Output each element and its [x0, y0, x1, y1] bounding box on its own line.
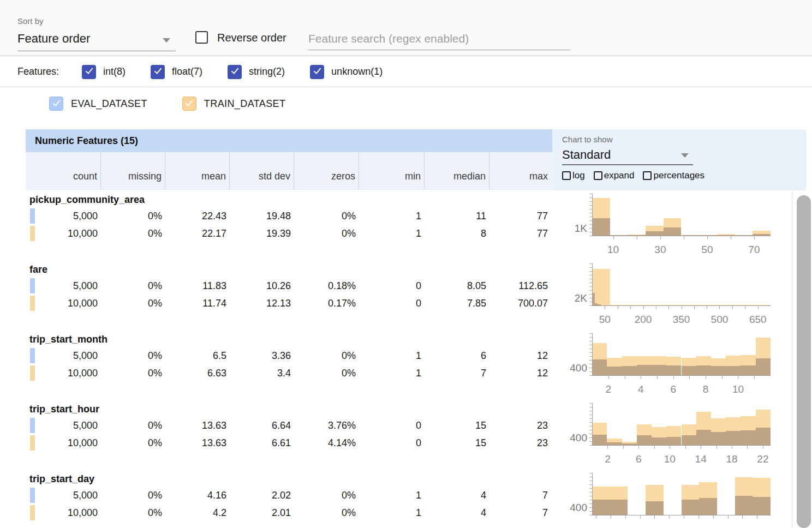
histogram-bar-eval: [592, 435, 607, 445]
y-axis-tick: [589, 477, 592, 477]
x-axis-tick: [684, 236, 684, 239]
stat-cell-mean: 6.63: [165, 368, 230, 379]
x-axis-tick: [613, 236, 614, 239]
histogram-trip_start_day: 400: [557, 469, 792, 528]
chart-type-dropdown[interactable]: Standard: [562, 146, 693, 165]
x-axis-tick: [685, 446, 686, 449]
y-axis-tick: [589, 228, 592, 229]
stat-cell-zeros: 4.14%: [294, 437, 359, 449]
sort-by-dropdown[interactable]: Feature order: [17, 29, 176, 51]
y-axis-tick: [589, 279, 592, 279]
chevron-down-icon: [681, 153, 689, 158]
y-axis-tick: [589, 407, 592, 407]
feature-row-trip_start_day: trip_start_day5,0000%4.162.020%14710,000…: [26, 469, 552, 528]
x-axis-tick: [670, 446, 670, 449]
x-axis-tick-label: 22: [757, 453, 768, 465]
x-axis: [592, 236, 771, 236]
stat-cell-mean: 4.16: [165, 490, 230, 501]
y-axis-tick: [589, 217, 592, 217]
reverse-order-checkbox[interactable]: [195, 31, 208, 44]
dataset-toggle-eval_dataset[interactable]: EVAL_DATASET: [49, 97, 147, 111]
dataset-toggle-train_dataset[interactable]: TRAIN_DATASET: [182, 97, 286, 111]
stat-cell-min: 0: [359, 298, 425, 309]
dataset-color-marker: [30, 365, 35, 381]
stat-cell-std-dev: 19.39: [230, 228, 294, 239]
dataset-color-marker: [30, 296, 35, 311]
histogram-bar-eval: [637, 435, 652, 445]
y-axis-tick: [589, 364, 592, 364]
feature-row-fare: fare5,0000%11.8310.260.18%08.05112.6510,…: [26, 260, 552, 329]
x-axis-tick: [654, 515, 655, 519]
feature-name: pickup_community_area: [26, 190, 552, 207]
stat-cell-mean: 22.43: [165, 211, 230, 222]
checkbox-checked[interactable]: [228, 65, 242, 79]
table-row: 5,0000%4.162.020%147: [26, 487, 552, 504]
dataset-color-marker: [30, 505, 35, 520]
histogram-bar-eval: [637, 365, 652, 375]
stat-cell-max: 23: [489, 437, 551, 449]
y-axis-tick: [589, 434, 592, 434]
stat-cell-min: 1: [359, 368, 425, 379]
feature-search-input[interactable]: [308, 27, 570, 50]
feature-type-filter-string[interactable]: string(2): [228, 65, 285, 79]
y-axis-tick: [589, 345, 592, 345]
stat-cell-median: 15: [425, 437, 489, 449]
checkbox-checked[interactable]: [49, 97, 63, 111]
table-row: 10,0000%4.22.010%147: [26, 504, 552, 521]
checkbox-checked[interactable]: [151, 65, 165, 79]
x-axis-tick-label: 4: [638, 383, 644, 395]
x-axis-tick-label: 50: [599, 314, 611, 326]
checkbox-unchecked[interactable]: [562, 171, 571, 180]
x-axis-tick: [605, 306, 605, 309]
checkbox-checked[interactable]: [182, 97, 196, 111]
feature-type-filter-float[interactable]: float(7): [151, 65, 202, 79]
y-axis-tick: [589, 488, 592, 489]
checkbox-checked[interactable]: [310, 65, 324, 79]
stat-cell-mean: 6.5: [165, 350, 230, 362]
x-axis-tick-label: 50: [701, 244, 713, 256]
stat-cell-std-dev: 3.4: [230, 368, 294, 379]
histogram-bar-eval: [646, 231, 664, 236]
histogram-bar-eval: [592, 500, 610, 515]
chart-option-expand[interactable]: expand: [594, 170, 635, 181]
stat-cell-zeros: 0.18%: [294, 280, 359, 292]
histogram-bar-eval: [592, 359, 607, 375]
checkbox-checked[interactable]: [82, 65, 96, 79]
stat-cell-min: 0: [359, 280, 425, 292]
stat-cell-std-dev: 12.13: [230, 298, 294, 309]
feature-name: trip_start_month: [26, 329, 552, 347]
feature-type-filter-unknown[interactable]: unknown(1): [310, 65, 383, 79]
histogram-bar-eval: [682, 435, 696, 445]
stat-cell-missing: 0%: [101, 420, 165, 431]
vertical-scrollbar-thumb[interactable]: [797, 195, 811, 528]
y-axis-tick: [589, 302, 592, 302]
y-axis: [592, 473, 593, 515]
y-axis-tick: [589, 333, 592, 334]
x-axis-tick-label: 8: [703, 383, 709, 395]
stat-cell-zeros: 0%: [294, 368, 359, 379]
stat-cell-median: 8.05: [425, 280, 489, 292]
stat-cell-min: 1: [359, 211, 425, 222]
stat-cell-median: 4: [425, 507, 489, 519]
x-axis-tick: [732, 306, 733, 309]
x-axis-tick: [654, 446, 655, 449]
histogram-bar-eval: [756, 428, 771, 445]
histogram-bar-eval: [756, 358, 771, 375]
feature-name: fare: [26, 260, 552, 277]
stat-cell-missing: 0%: [101, 507, 165, 519]
chart-option-percentages[interactable]: percentages: [643, 170, 704, 181]
stat-cell-missing: 0%: [101, 211, 165, 222]
chart-option-log[interactable]: log: [562, 170, 585, 181]
feature-type-filter-int[interactable]: int(8): [82, 65, 126, 79]
histogram-bar-eval: [726, 431, 741, 445]
x-axis-tick: [660, 236, 661, 239]
x-axis-tick-label: 350: [673, 314, 690, 326]
checkbox-unchecked[interactable]: [643, 171, 652, 180]
table-row: 10,0000%11.7412.130.17%07.85700.07: [26, 295, 552, 312]
x-axis-tick: [608, 376, 609, 379]
y-axis-tick: [589, 220, 592, 221]
y-axis-tick: [589, 507, 592, 508]
x-axis-tick: [694, 306, 695, 309]
stat-cell-zeros: 0%: [294, 490, 359, 501]
checkbox-unchecked[interactable]: [594, 171, 602, 180]
